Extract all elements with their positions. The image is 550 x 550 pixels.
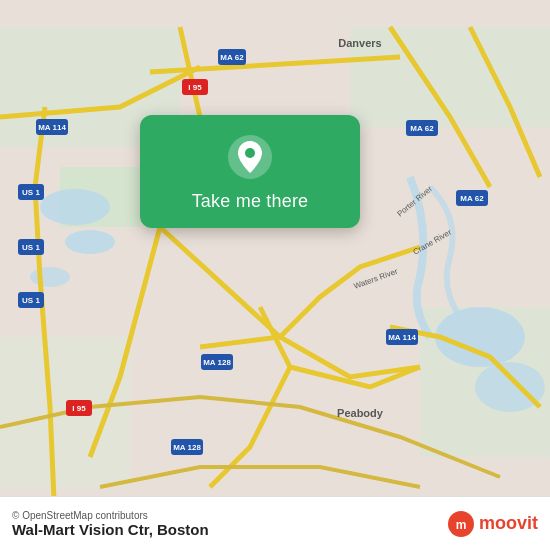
svg-text:MA 128: MA 128 <box>203 358 231 367</box>
svg-text:US 1: US 1 <box>22 188 40 197</box>
svg-point-9 <box>435 307 525 367</box>
svg-text:Danvers: Danvers <box>338 37 381 49</box>
take-me-there-button[interactable]: Take me there <box>192 191 309 212</box>
svg-text:US 1: US 1 <box>22 296 40 305</box>
location-pin-icon <box>226 133 274 181</box>
svg-point-6 <box>40 189 110 225</box>
svg-text:I 95: I 95 <box>72 404 86 413</box>
svg-text:MA 114: MA 114 <box>388 333 416 342</box>
svg-text:I 95: I 95 <box>188 83 202 92</box>
moovit-label: moovit <box>479 513 538 534</box>
svg-text:MA 128: MA 128 <box>173 443 201 452</box>
svg-text:MA 62: MA 62 <box>410 124 434 133</box>
svg-text:MA 114: MA 114 <box>38 123 66 132</box>
svg-text:US 1: US 1 <box>22 243 40 252</box>
svg-text:Peabody: Peabody <box>337 407 384 419</box>
svg-point-41 <box>245 148 255 158</box>
svg-text:MA 62: MA 62 <box>460 194 484 203</box>
bottom-left-info: © OpenStreetMap contributors Wal-Mart Vi… <box>12 510 209 538</box>
location-title: Wal-Mart Vision Ctr, Boston <box>12 521 209 538</box>
svg-text:m: m <box>456 518 467 532</box>
map-svg: MA 62 I 95 MA 114 US 1 US 1 US 1 MA 62 M… <box>0 0 550 550</box>
svg-point-7 <box>65 230 115 254</box>
svg-point-8 <box>30 267 70 287</box>
svg-text:MA 62: MA 62 <box>220 53 244 62</box>
map-container: MA 62 I 95 MA 114 US 1 US 1 US 1 MA 62 M… <box>0 0 550 550</box>
tooltip-card: Take me there <box>140 115 360 228</box>
osm-attribution: © OpenStreetMap contributors <box>12 510 209 521</box>
bottom-bar: © OpenStreetMap contributors Wal-Mart Vi… <box>0 496 550 550</box>
moovit-logo: m moovit <box>447 510 538 538</box>
moovit-icon: m <box>447 510 475 538</box>
